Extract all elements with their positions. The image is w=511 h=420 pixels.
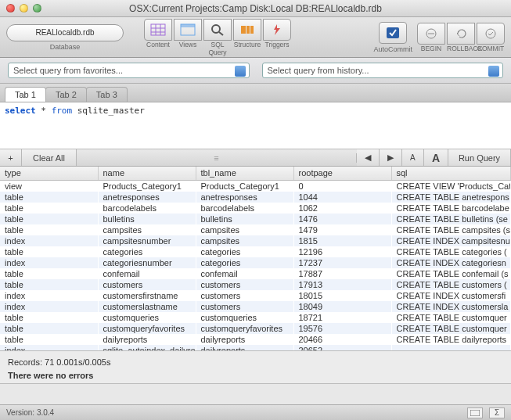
table-row[interactable]: indexcustomerslastnamecustomers18049CREA… <box>0 301 511 312</box>
database-selector[interactable]: REALlocaldb.rdb <box>6 24 124 41</box>
cell: 18049 <box>293 301 391 312</box>
table-row[interactable]: tablecustomqueryfavoritescustomqueryfavo… <box>0 323 511 334</box>
font-larger-button[interactable]: A <box>424 149 448 166</box>
svg-line-8 <box>219 32 223 35</box>
nav-forward-button[interactable]: ▶ <box>380 149 402 166</box>
table-row[interactable]: tableanetresponsesanetresponses1044CREAT… <box>0 192 511 203</box>
add-query-button[interactable]: + <box>0 149 22 166</box>
cell: campsites <box>98 224 196 235</box>
cell: CREATE TABLE campsites (s <box>391 224 511 235</box>
column-header[interactable]: type <box>0 167 98 180</box>
cell: 17887 <box>293 268 391 279</box>
cell: campsitesnumber <box>98 235 196 246</box>
gear-check-icon <box>385 26 401 40</box>
table-row[interactable]: indexcategoriesnumbercategories17237CREA… <box>0 257 511 268</box>
cell: 12196 <box>293 246 391 257</box>
sql-editor[interactable]: select * from sqlite_master <box>0 102 511 149</box>
sql-query-button[interactable] <box>203 19 232 41</box>
rollback-button[interactable] <box>447 23 475 45</box>
table-row[interactable]: tablebarcodelabelsbarcodelabels1062CREAT… <box>0 203 511 214</box>
sql-token: from <box>52 106 73 116</box>
cell: dailyreports <box>98 334 196 345</box>
cell: bulletins <box>196 214 293 224</box>
svg-rect-9 <box>241 26 246 34</box>
tab-3[interactable]: Tab 3 <box>86 87 128 102</box>
cell: 0 <box>293 180 391 192</box>
splitter-handle[interactable]: ≡ <box>77 153 357 163</box>
table-row[interactable]: tableconfemailconfemail17887CREATE TABLE… <box>0 268 511 279</box>
cell: confemail <box>196 268 293 279</box>
tab-1[interactable]: Tab 1 <box>5 87 46 102</box>
favorites-select[interactable]: Select query from favorites... <box>8 63 250 78</box>
cell: table <box>0 323 98 334</box>
triggers-button[interactable] <box>263 19 291 41</box>
cell: customqueryfavorites <box>196 323 293 334</box>
cell: dailyreports <box>196 345 293 352</box>
sum-button[interactable]: Σ <box>489 407 505 418</box>
cell: Products_Category1 <box>98 180 196 192</box>
cell: 18721 <box>293 312 391 323</box>
table-row[interactable]: tablecategoriescategories12196CREATE TAB… <box>0 246 511 257</box>
column-header[interactable]: name <box>98 167 196 180</box>
run-query-button[interactable]: Run Query <box>448 149 511 166</box>
table-row[interactable]: tabledailyreportsdailyreports20466CREATE… <box>0 334 511 345</box>
cell: CREATE TABLE bulletins (se <box>391 214 511 224</box>
table-row[interactable]: indexsqlite_autoindex_dailyrepodailyrepo… <box>0 345 511 352</box>
cell: table <box>0 268 98 279</box>
cell: table <box>0 312 98 323</box>
clear-all-button[interactable]: Clear All <box>22 149 77 166</box>
minimize-window-button[interactable] <box>20 4 28 13</box>
cell: 17913 <box>293 279 391 290</box>
table-row[interactable]: tablecampsitescampsites1479CREATE TABLE … <box>0 224 511 235</box>
history-placeholder: Select query from history... <box>268 66 369 75</box>
table-row[interactable]: indexcampsitesnumbercampsites1815CREATE … <box>0 235 511 246</box>
cell: customers <box>196 290 293 301</box>
cell: CREATE TABLE confemail (s <box>391 268 511 279</box>
table-row[interactable]: indexcustomersfirstnamecustomers18015CRE… <box>0 290 511 301</box>
autocommit-button[interactable] <box>379 22 407 44</box>
history-select[interactable]: Select query from history... <box>262 63 504 78</box>
sql-token <box>72 106 77 116</box>
svg-rect-10 <box>247 26 250 34</box>
cell: campsites <box>196 235 293 246</box>
cell: CREATE TABLE barcodelabe <box>391 203 511 214</box>
table-row[interactable]: viewProducts_Category1Products_Category1… <box>0 180 511 192</box>
results-table-wrap[interactable]: typenametbl_namerootpagesql viewProducts… <box>0 167 511 351</box>
views-button[interactable] <box>174 19 202 41</box>
cell: Products_Category1 <box>196 180 293 192</box>
commit-button[interactable] <box>477 23 505 45</box>
cell: anetresponses <box>196 192 293 203</box>
cell: 17237 <box>293 257 391 268</box>
keyboard-button[interactable] <box>467 407 483 418</box>
column-header[interactable]: tbl_name <box>196 167 293 180</box>
table-row[interactable]: tablecustomqueriescustomqueries18721CREA… <box>0 312 511 323</box>
structure-label: Structure <box>233 41 261 56</box>
nav-back-button[interactable]: ◀ <box>357 149 380 166</box>
rollback-label: ROLLBACK <box>447 45 475 52</box>
font-smaller-button[interactable]: A <box>402 149 424 166</box>
sql-token: select <box>5 106 36 116</box>
table-row[interactable]: tablecustomerscustomers17913CREATE TABLE… <box>0 279 511 290</box>
cell: table <box>0 192 98 203</box>
cell: CREATE VIEW 'Products_Cat <box>391 180 511 192</box>
cell: customqueries <box>98 312 196 323</box>
content-button[interactable] <box>144 19 172 41</box>
svg-rect-11 <box>250 26 254 34</box>
triggers-label: Triggers <box>263 41 291 56</box>
column-header[interactable]: sql <box>391 167 511 180</box>
cell: table <box>0 334 98 345</box>
commit-label: COMMIT <box>477 45 505 52</box>
cell: CREATE TABLE categories ( <box>391 246 511 257</box>
structure-button[interactable] <box>233 19 261 41</box>
zoom-window-button[interactable] <box>33 4 41 13</box>
cell: barcodelabels <box>98 203 196 214</box>
cell: 19576 <box>293 323 391 334</box>
column-header[interactable]: rootpage <box>293 167 391 180</box>
close-window-button[interactable] <box>6 4 15 13</box>
cell: CREATE TABLE dailyreports <box>391 334 511 345</box>
status-records: Records: 71 0.001s/0.005s <box>8 356 503 369</box>
cell: 18015 <box>293 290 391 301</box>
tab-2[interactable]: Tab 2 <box>45 87 87 102</box>
begin-button[interactable] <box>417 23 445 45</box>
table-row[interactable]: tablebulletinsbulletins1476CREATE TABLE … <box>0 214 511 224</box>
